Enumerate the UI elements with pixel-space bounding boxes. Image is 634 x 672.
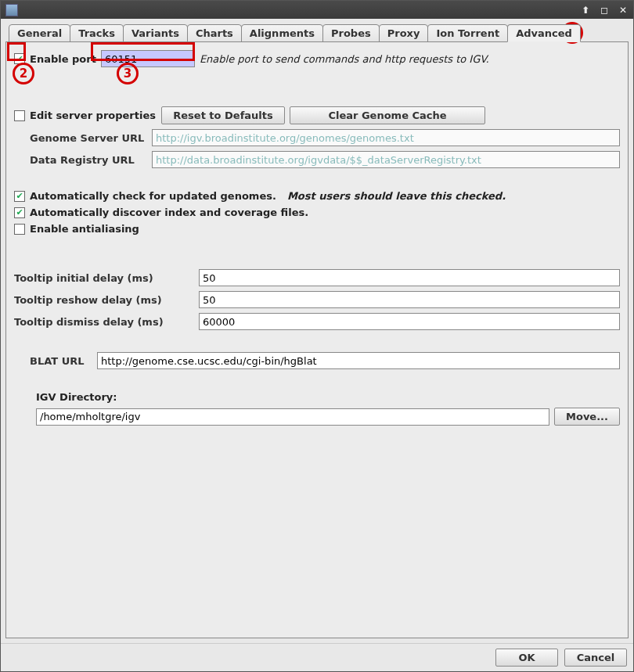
auto-genomes-row: ✔ Automatically check for updated genome… bbox=[14, 190, 620, 202]
tab-ion-torrent[interactable]: Ion Torrent bbox=[427, 24, 508, 42]
igv-directory-label: IGV Directory: bbox=[36, 391, 620, 403]
tooltip-dismiss-row: Tooltip dismiss delay (ms) bbox=[14, 313, 620, 330]
registry-url-row: Data Registry URL bbox=[14, 151, 620, 168]
port-input[interactable] bbox=[101, 50, 195, 67]
tooltip-initial-row: Tooltip initial delay (ms) bbox=[14, 269, 620, 286]
genome-url-row: Genome Server URL bbox=[14, 129, 620, 146]
ok-button[interactable]: OK bbox=[495, 649, 558, 667]
tab-proxy[interactable]: Proxy bbox=[379, 24, 429, 42]
move-button[interactable]: Move... bbox=[554, 408, 620, 426]
close-button[interactable]: ✕ bbox=[618, 5, 629, 16]
minimize-button[interactable]: ⬆ bbox=[580, 5, 591, 16]
tooltip-initial-input[interactable] bbox=[199, 269, 620, 286]
igv-directory-row: Move... bbox=[36, 408, 620, 426]
auto-genomes-checkbox[interactable]: ✔ bbox=[14, 191, 25, 202]
tooltip-reshow-label: Tooltip reshow delay (ms) bbox=[14, 294, 194, 306]
edit-server-label-wrap[interactable]: Edit server properties bbox=[14, 110, 157, 121]
auto-genomes-label: Automatically check for updated genomes. bbox=[30, 190, 276, 202]
tooltip-dismiss-label: Tooltip dismiss delay (ms) bbox=[14, 316, 194, 328]
advanced-panel: ✔ Enable port Enable port to send comman… bbox=[5, 41, 629, 638]
auto-genomes-label-wrap[interactable]: ✔ Automatically check for updated genome… bbox=[14, 190, 276, 202]
tab-probes[interactable]: Probes bbox=[322, 24, 380, 42]
tooltip-dismiss-input[interactable] bbox=[199, 313, 620, 330]
tab-bar: General Tracks Variants Charts Alignment… bbox=[9, 23, 629, 41]
tab-alignments[interactable]: Alignments bbox=[241, 24, 323, 42]
genome-url-label: Genome Server URL bbox=[14, 132, 147, 144]
dialog-buttonbar: OK Cancel bbox=[1, 643, 633, 671]
tooltip-reshow-row: Tooltip reshow delay (ms) bbox=[14, 291, 620, 308]
auto-genomes-hint: Most users should leave this checked. bbox=[287, 190, 506, 202]
tab-advanced[interactable]: Advanced bbox=[507, 24, 581, 42]
reset-defaults-button[interactable]: Reset to Defaults bbox=[161, 106, 285, 124]
registry-url-input bbox=[152, 151, 620, 168]
blat-url-row: BLAT URL bbox=[14, 352, 620, 369]
antialias-row: Enable antialiasing bbox=[14, 223, 620, 235]
registry-url-label: Data Registry URL bbox=[14, 154, 147, 166]
dialog-content: General Tracks Variants Charts Alignment… bbox=[1, 19, 633, 643]
antialias-checkbox[interactable] bbox=[14, 224, 25, 235]
server-buttons-row: Edit server properties Reset to Defaults… bbox=[14, 106, 620, 124]
edit-server-label: Edit server properties bbox=[30, 110, 156, 121]
auto-index-row: ✔ Automatically discover index and cover… bbox=[14, 207, 620, 218]
auto-index-label-wrap[interactable]: ✔ Automatically discover index and cover… bbox=[14, 207, 308, 218]
edit-server-checkbox[interactable] bbox=[14, 110, 25, 121]
dialog-window: ⬆ ◻ ✕ General Tracks Variants Charts Ali… bbox=[0, 0, 634, 672]
tab-variants[interactable]: Variants bbox=[123, 24, 188, 42]
tab-charts[interactable]: Charts bbox=[187, 24, 242, 42]
cancel-button[interactable]: Cancel bbox=[564, 649, 627, 667]
enable-port-checkbox[interactable]: ✔ bbox=[14, 53, 25, 64]
tooltip-reshow-input[interactable] bbox=[199, 291, 620, 308]
blat-url-input[interactable] bbox=[97, 352, 620, 369]
titlebar: ⬆ ◻ ✕ bbox=[1, 1, 633, 19]
enable-port-label-wrap[interactable]: ✔ Enable port bbox=[14, 53, 96, 65]
auto-index-checkbox[interactable]: ✔ bbox=[14, 207, 25, 218]
genome-url-input bbox=[152, 129, 620, 146]
maximize-button[interactable]: ◻ bbox=[599, 5, 610, 16]
antialias-label-wrap[interactable]: Enable antialiasing bbox=[14, 223, 139, 235]
enable-port-label: Enable port bbox=[30, 53, 96, 65]
enable-port-row: ✔ Enable port Enable port to send comman… bbox=[14, 50, 620, 67]
app-icon bbox=[5, 4, 18, 16]
blat-url-label: BLAT URL bbox=[14, 355, 92, 367]
tab-general[interactable]: General bbox=[9, 24, 70, 42]
enable-port-hint: Enable port to send commands and http re… bbox=[200, 53, 489, 65]
tab-tracks[interactable]: Tracks bbox=[70, 24, 124, 42]
auto-index-label: Automatically discover index and coverag… bbox=[30, 207, 308, 218]
igv-directory-input[interactable] bbox=[36, 408, 549, 426]
clear-cache-button[interactable]: Clear Genome Cache bbox=[290, 106, 485, 124]
tooltip-initial-label: Tooltip initial delay (ms) bbox=[14, 272, 194, 284]
antialias-label: Enable antialiasing bbox=[30, 223, 139, 235]
